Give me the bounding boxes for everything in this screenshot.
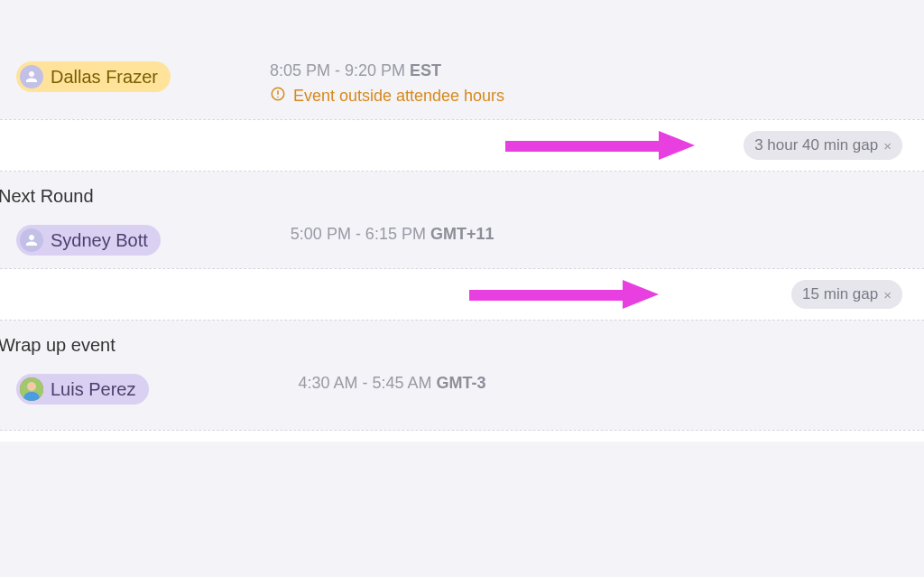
event-time-block: 8:05 PM - 9:20 PM EST Event outside atte…	[270, 61, 504, 107]
svg-rect-5	[469, 290, 623, 301]
svg-marker-4	[659, 131, 695, 160]
timezone: EST	[410, 61, 441, 79]
attendee-name: Dallas Frazer	[51, 67, 158, 88]
avatar-icon	[20, 228, 43, 252]
event-section: Next Round Sydney Bott 5:00 PM - 6:15 PM…	[0, 172, 924, 259]
gap-label: 3 hour 40 min gap	[754, 136, 878, 154]
event-time: 8:05 PM - 9:20 PM EST	[270, 61, 504, 80]
event-section: Dallas Frazer 8:05 PM - 9:20 PM EST Even…	[0, 51, 924, 110]
event-time: 4:30 AM - 5:45 AM GMT-3	[299, 374, 486, 393]
warning-text: Event outside attendee hours	[293, 87, 504, 106]
gap-chip[interactable]: 3 hour 40 min gap ×	[744, 131, 902, 160]
event-row[interactable]: Dallas Frazer 8:05 PM - 9:20 PM EST Even…	[0, 51, 924, 110]
event-time-block: 4:30 AM - 5:45 AM GMT-3	[299, 374, 486, 393]
time-range: 8:05 PM - 9:20 PM	[270, 61, 405, 79]
svg-marker-6	[623, 280, 659, 309]
event-row[interactable]: Sydney Bott 5:00 PM - 6:15 PM GMT+11	[0, 214, 924, 259]
avatar-icon	[20, 65, 43, 88]
event-section: Wrap up event Luis Perez 4:30 AM - 5:45 …	[0, 321, 924, 408]
attendee-chip[interactable]: Dallas Frazer	[16, 61, 171, 92]
annotation-arrow-icon	[469, 280, 659, 309]
warning-icon	[270, 86, 286, 107]
svg-rect-3	[505, 141, 659, 152]
event-warning: Event outside attendee hours	[270, 86, 504, 107]
event-row[interactable]: Luis Perez 4:30 AM - 5:45 AM GMT-3	[0, 363, 924, 408]
divider	[0, 430, 924, 442]
time-range: 5:00 PM - 6:15 PM	[291, 225, 426, 243]
gap-strip: 15 min gap ×	[0, 268, 924, 321]
close-icon[interactable]: ×	[883, 287, 892, 302]
gap-label: 15 min gap	[802, 285, 878, 303]
timezone: GMT-3	[437, 374, 486, 392]
attendee-name: Luis Perez	[51, 379, 136, 400]
avatar-icon	[20, 377, 43, 401]
time-range: 4:30 AM - 5:45 AM	[299, 374, 432, 392]
attendee-chip[interactable]: Sydney Bott	[16, 225, 161, 256]
gap-strip: 3 hour 40 min gap ×	[0, 119, 924, 172]
attendee-chip[interactable]: Luis Perez	[16, 374, 149, 405]
event-time: 5:00 PM - 6:15 PM GMT+11	[291, 225, 494, 244]
attendee-name: Sydney Bott	[51, 230, 148, 251]
gap-chip[interactable]: 15 min gap ×	[791, 280, 902, 309]
section-title: Next Round	[0, 172, 924, 214]
annotation-arrow-icon	[505, 131, 695, 160]
event-time-block: 5:00 PM - 6:15 PM GMT+11	[291, 225, 494, 244]
section-title: Wrap up event	[0, 321, 924, 363]
timezone: GMT+11	[430, 225, 494, 243]
close-icon[interactable]: ×	[883, 138, 892, 154]
svg-point-2	[277, 97, 279, 98]
